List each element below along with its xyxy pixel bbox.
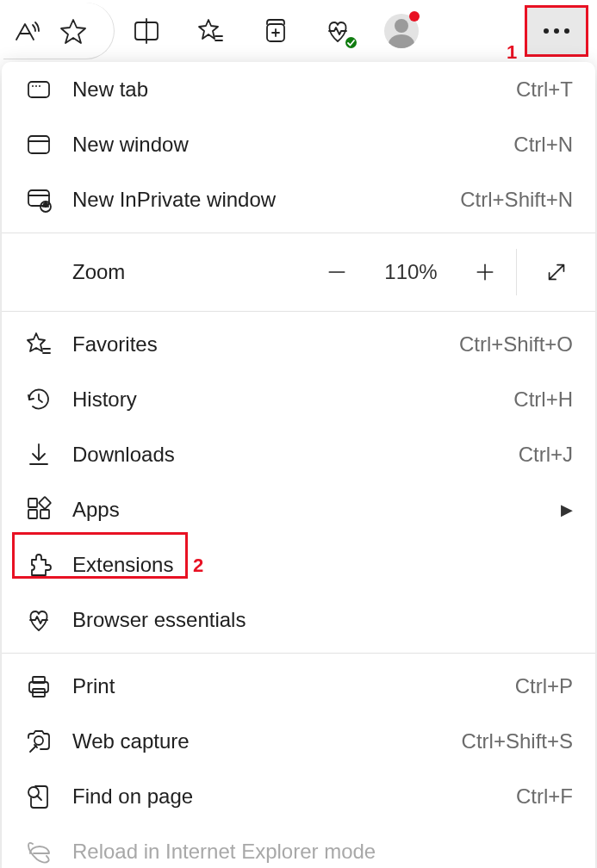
ie-icon bbox=[24, 837, 53, 866]
extensions-icon bbox=[24, 550, 53, 580]
zoom-label: Zoom bbox=[72, 260, 306, 284]
menu-shortcut: Ctrl+P bbox=[515, 674, 573, 698]
collections-button[interactable] bbox=[242, 3, 306, 59]
menu-item-essentials[interactable]: Browser essentials bbox=[2, 592, 595, 648]
browser-essentials-button[interactable] bbox=[306, 3, 370, 59]
menu-shortcut: Ctrl+T bbox=[516, 78, 573, 102]
menu-label: Reload in Internet Explorer mode bbox=[72, 840, 573, 864]
fullscreen-icon bbox=[544, 259, 569, 285]
new-window-icon bbox=[24, 130, 53, 159]
menu-item-zoom: Zoom 110% bbox=[2, 239, 595, 306]
print-icon bbox=[24, 672, 53, 701]
plus-icon bbox=[473, 260, 497, 284]
menu-shortcut: Ctrl+H bbox=[513, 388, 573, 412]
chevron-right-icon: ▶ bbox=[561, 500, 573, 519]
svg-point-32 bbox=[34, 736, 43, 745]
profile-button[interactable] bbox=[370, 3, 433, 59]
menu-separator bbox=[2, 311, 595, 312]
menu-item-inprivate[interactable]: New InPrivate window Ctrl+Shift+N bbox=[2, 172, 595, 227]
menu-item-history[interactable]: History Ctrl+H bbox=[2, 372, 595, 427]
zoom-value: 110% bbox=[368, 260, 454, 284]
apps-icon bbox=[24, 495, 53, 524]
menu-label: Browser essentials bbox=[72, 608, 573, 632]
svg-point-7 bbox=[345, 37, 357, 48]
star-icon bbox=[59, 17, 87, 45]
favorites-list-icon bbox=[196, 17, 224, 45]
menu-label: New tab bbox=[72, 78, 516, 102]
menu-item-apps[interactable]: Apps ▶ bbox=[2, 482, 595, 537]
more-icon bbox=[544, 28, 569, 34]
menu-label: History bbox=[72, 388, 513, 412]
svg-point-9 bbox=[32, 85, 34, 87]
menu-label: Extensions bbox=[72, 553, 573, 577]
settings-menu: New tab Ctrl+T New window Ctrl+N New InP… bbox=[2, 62, 595, 868]
menu-item-capture[interactable]: Web capture Ctrl+Shift+S bbox=[2, 714, 595, 769]
svg-rect-17 bbox=[44, 203, 47, 207]
minus-icon bbox=[325, 260, 349, 284]
find-icon bbox=[24, 782, 53, 811]
annotation-1: 1 bbox=[507, 41, 517, 64]
menu-shortcut: Ctrl+Shift+N bbox=[460, 188, 573, 212]
zoom-in-button[interactable] bbox=[454, 239, 516, 306]
menu-label: Apps bbox=[72, 498, 554, 522]
svg-rect-12 bbox=[28, 136, 49, 153]
svg-rect-8 bbox=[28, 82, 49, 97]
menu-shortcut: Ctrl+Shift+O bbox=[459, 332, 573, 356]
new-tab-icon bbox=[24, 75, 53, 104]
menu-shortcut: Ctrl+F bbox=[516, 784, 573, 809]
menu-item-ie-mode: Reload in Internet Explorer mode bbox=[2, 824, 595, 868]
collections-icon bbox=[260, 17, 288, 45]
menu-label: New InPrivate window bbox=[72, 188, 460, 212]
svg-point-10 bbox=[35, 85, 37, 87]
web-capture-icon bbox=[24, 727, 53, 756]
menu-item-find[interactable]: Find on page Ctrl+F bbox=[2, 769, 595, 824]
menu-separator bbox=[2, 232, 595, 233]
menu-label: Web capture bbox=[72, 729, 462, 753]
menu-shortcut: Ctrl+J bbox=[519, 443, 573, 467]
menu-label: Downloads bbox=[72, 443, 519, 467]
read-aloud-button[interactable] bbox=[5, 3, 48, 59]
menu-label: Print bbox=[72, 674, 515, 698]
menu-item-downloads[interactable]: Downloads Ctrl+J bbox=[2, 427, 595, 482]
menu-item-new-tab[interactable]: New tab Ctrl+T bbox=[2, 62, 595, 117]
svg-rect-27 bbox=[28, 499, 37, 507]
settings-and-more-button[interactable] bbox=[525, 5, 588, 57]
menu-item-extensions[interactable]: Extensions bbox=[2, 537, 595, 592]
split-screen-button[interactable] bbox=[115, 3, 178, 59]
read-aloud-icon bbox=[13, 17, 40, 45]
history-icon bbox=[24, 385, 53, 414]
menu-item-new-window[interactable]: New window Ctrl+N bbox=[2, 117, 595, 172]
annotation-2: 2 bbox=[193, 555, 203, 577]
check-badge-icon bbox=[345, 36, 358, 49]
menu-label: New window bbox=[72, 133, 513, 157]
favorites-icon bbox=[24, 330, 53, 359]
svg-line-34 bbox=[37, 796, 41, 800]
notification-dot-icon bbox=[409, 11, 420, 22]
menu-shortcut: Ctrl+Shift+S bbox=[462, 729, 573, 753]
address-bar-actions bbox=[3, 3, 115, 59]
menu-shortcut: Ctrl+N bbox=[513, 133, 573, 157]
favorite-star-button[interactable] bbox=[48, 3, 98, 59]
svg-rect-26 bbox=[40, 510, 49, 518]
favorites-list-button[interactable] bbox=[178, 3, 242, 59]
menu-label: Find on page bbox=[72, 784, 516, 809]
svg-point-11 bbox=[39, 85, 40, 87]
svg-rect-25 bbox=[28, 510, 37, 518]
menu-item-favorites[interactable]: Favorites Ctrl+Shift+O bbox=[2, 317, 595, 372]
split-screen-icon bbox=[133, 17, 160, 45]
zoom-out-button[interactable] bbox=[306, 239, 368, 306]
menu-separator bbox=[2, 653, 595, 654]
menu-item-print[interactable]: Print Ctrl+P bbox=[2, 659, 595, 714]
svg-rect-28 bbox=[39, 497, 51, 509]
fullscreen-button[interactable] bbox=[516, 249, 595, 295]
essentials-icon bbox=[24, 605, 53, 635]
inprivate-icon bbox=[24, 185, 53, 214]
menu-label: Favorites bbox=[72, 332, 459, 356]
downloads-icon bbox=[24, 440, 53, 469]
